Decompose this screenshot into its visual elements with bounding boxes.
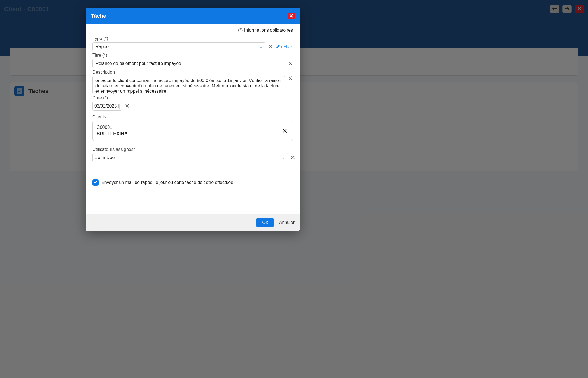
- field-type: Type (*) Rappel Editer: [92, 36, 293, 51]
- clear-type-button[interactable]: [268, 44, 273, 49]
- field-description: Description: [92, 70, 293, 94]
- modal-title: Tâche: [91, 13, 106, 19]
- title-input[interactable]: [92, 59, 285, 68]
- client-name: SRL FLEXINA: [97, 131, 128, 137]
- clear-title-button[interactable]: [288, 61, 293, 66]
- remove-client-button[interactable]: [281, 127, 289, 135]
- assigned-user-value: John Doe: [95, 155, 115, 160]
- reminder-checkbox-row: Envoyer un mail de rappel le jour où cet…: [92, 179, 293, 186]
- ok-button[interactable]: Ok: [256, 218, 273, 227]
- assigned-user-select[interactable]: John Doe: [92, 153, 288, 162]
- field-title: Titre (*): [92, 53, 293, 68]
- clear-description-button[interactable]: [288, 76, 293, 81]
- date-value: 03/02/2025: [94, 104, 117, 109]
- type-select[interactable]: Rappel: [92, 42, 265, 51]
- chevron-down-icon: [283, 155, 285, 160]
- clear-assigned-button[interactable]: [291, 155, 295, 160]
- label-description: Description: [92, 70, 293, 75]
- field-date: Date (*) 03/02/2025: [92, 95, 293, 111]
- check-icon: [94, 180, 97, 185]
- label-clients: Clients: [92, 115, 293, 120]
- modal-close-button[interactable]: [288, 13, 295, 19]
- modal-footer: Ok Annuler: [86, 214, 300, 231]
- reminder-checkbox[interactable]: [92, 179, 99, 186]
- close-icon: [289, 13, 293, 19]
- edit-type-link[interactable]: Editer: [276, 45, 292, 49]
- edit-icon: [276, 45, 280, 49]
- modal-header: Tâche: [86, 8, 300, 24]
- edit-type-label: Editer: [281, 45, 292, 49]
- clear-date-button[interactable]: [125, 104, 130, 109]
- modal-body: (*) Informations obligatoires Type (*) R…: [86, 24, 300, 214]
- calendar-icon: [118, 104, 120, 109]
- label-date: Date (*): [92, 95, 293, 101]
- chevron-down-icon: [260, 44, 262, 49]
- reminder-label: Envoyer un mail de rappel le jour où cet…: [101, 180, 233, 185]
- required-note: (*) Informations obligatoires: [92, 24, 293, 34]
- date-input[interactable]: 03/02/2025: [92, 102, 122, 111]
- task-modal: Tâche (*) Informations obligatoires Type…: [86, 8, 300, 231]
- label-type: Type (*): [92, 36, 293, 41]
- client-code: C00001: [97, 125, 128, 130]
- label-title: Titre (*): [92, 53, 293, 58]
- client-chip: C00001 SRL FLEXINA: [92, 121, 293, 141]
- field-assigned-users: Utilisateurs assignés* John Doe: [92, 147, 293, 162]
- description-textarea[interactable]: [92, 76, 285, 94]
- field-clients: Clients C00001 SRL FLEXINA: [92, 115, 293, 141]
- type-select-value: Rappel: [95, 44, 110, 49]
- cancel-button[interactable]: Annuler: [279, 220, 295, 225]
- label-assigned: Utilisateurs assignés*: [92, 147, 293, 152]
